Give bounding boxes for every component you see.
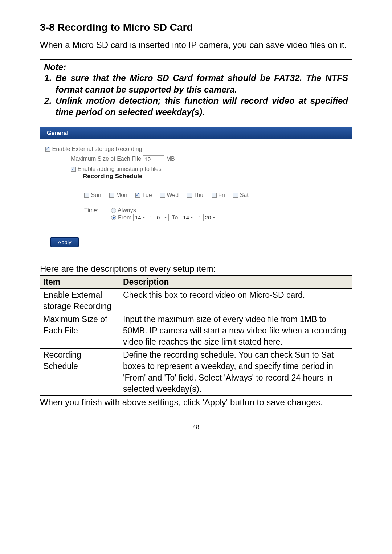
- from-min-select[interactable]: 0: [155, 214, 169, 221]
- table-header-row: Item Description: [40, 276, 352, 289]
- max-size-row: Maximum Size of Each File 10 MB: [71, 155, 347, 163]
- enable-timestamp-row: Enable adding timestamp to files: [71, 166, 347, 172]
- time-to-label: To: [172, 214, 178, 221]
- max-size-unit: MB: [166, 156, 175, 162]
- note-item-1: Be sure that the Micro SD Card format sh…: [54, 72, 348, 95]
- tab-general[interactable]: General: [47, 127, 69, 139]
- day-thu-label: Thu: [193, 192, 204, 198]
- footnote: When you finish with above settings, cli…: [40, 397, 352, 407]
- day-mon-checkbox[interactable]: [109, 193, 114, 198]
- page-number: 48: [40, 424, 352, 431]
- intro-paragraph: When a Micro SD card is inserted into IP…: [40, 39, 352, 51]
- day-sun-checkbox[interactable]: [84, 193, 89, 198]
- note-item-1-text: Be sure that the Micro SD Card format sh…: [56, 72, 348, 95]
- days-row: Sun Mon Tue Wed Thu Fri Sat: [84, 192, 325, 198]
- time-from-radio[interactable]: [111, 215, 116, 220]
- schedule-legend: Recording Schedule: [81, 173, 144, 180]
- from-hour-select[interactable]: 14: [133, 214, 147, 221]
- enable-recording-checkbox[interactable]: [45, 147, 50, 152]
- day-mon-label: Mon: [116, 192, 127, 198]
- max-size-input[interactable]: 10: [143, 155, 164, 163]
- note-label: Note:: [44, 62, 348, 72]
- max-size-label: Maximum Size of Each File: [71, 156, 141, 162]
- enable-recording-row: Enable External storage Recording: [45, 146, 347, 152]
- tab-bar: General: [40, 127, 352, 139]
- recording-schedule-fieldset: Recording Schedule Sun Mon Tue Wed Thu F…: [71, 177, 332, 230]
- enable-timestamp-checkbox[interactable]: [71, 167, 76, 172]
- table-row: Recording Schedule Define the recording …: [40, 349, 352, 395]
- header-desc: Description: [120, 276, 352, 289]
- time-label: Time:: [84, 207, 110, 214]
- day-wed-label: Wed: [167, 192, 179, 198]
- description-table: Item Description Enable External storage…: [40, 275, 352, 395]
- day-tue-label: Tue: [142, 192, 152, 198]
- time-always-label: Always: [118, 207, 136, 213]
- panel-body: Enable External storage Recording Maximu…: [40, 139, 352, 251]
- enable-recording-label: Enable External storage Recording: [52, 146, 142, 152]
- time-always-radio[interactable]: [111, 208, 116, 213]
- day-sat-label: Sat: [240, 192, 249, 198]
- table-row: Enable External storage Recording Check …: [40, 289, 352, 313]
- row-desc-0: Check this box to record video on Micro-…: [120, 289, 352, 313]
- to-min-select[interactable]: 20: [203, 214, 217, 221]
- day-thu-checkbox[interactable]: [187, 193, 192, 198]
- row-item-0: Enable External storage Recording: [40, 289, 120, 313]
- day-tue-checkbox[interactable]: [135, 193, 140, 198]
- time-row: Time: Always From 14 : 0 To 14 : 20: [84, 207, 325, 221]
- header-item: Item: [40, 276, 120, 289]
- note-item-2: Unlink motion detection; this function w…: [54, 95, 348, 118]
- time-from-label: From: [118, 214, 131, 221]
- day-fri-checkbox[interactable]: [212, 193, 217, 198]
- note-box: Note: Be sure that the Micro SD Card for…: [40, 59, 352, 120]
- to-hour-select[interactable]: 14: [181, 214, 195, 221]
- day-sun-label: Sun: [91, 192, 101, 198]
- day-wed-checkbox[interactable]: [160, 193, 165, 198]
- row-item-2: Recording Schedule: [40, 349, 120, 395]
- row-item-1: Maximum Size of Each File: [40, 313, 120, 349]
- apply-button[interactable]: Apply: [50, 237, 79, 247]
- day-sat-checkbox[interactable]: [233, 193, 238, 198]
- table-row: Maximum Size of Each File Input the maxi…: [40, 313, 352, 349]
- section-title: 3-8 Recording to Micro SD Card: [40, 22, 352, 33]
- note-item-2-text: Unlink motion detection; this function w…: [56, 95, 348, 118]
- settings-panel: General Enable External storage Recordin…: [40, 127, 352, 255]
- row-desc-1: Input the maximum size of every video fi…: [120, 313, 352, 349]
- table-intro: Here are the descriptions of every setup…: [40, 264, 352, 274]
- row-desc-2: Define the recording schedule. You can c…: [120, 349, 352, 395]
- note-list: Be sure that the Micro SD Card format sh…: [44, 72, 348, 118]
- day-fri-label: Fri: [218, 192, 225, 198]
- enable-timestamp-label: Enable adding timestamp to files: [77, 166, 161, 172]
